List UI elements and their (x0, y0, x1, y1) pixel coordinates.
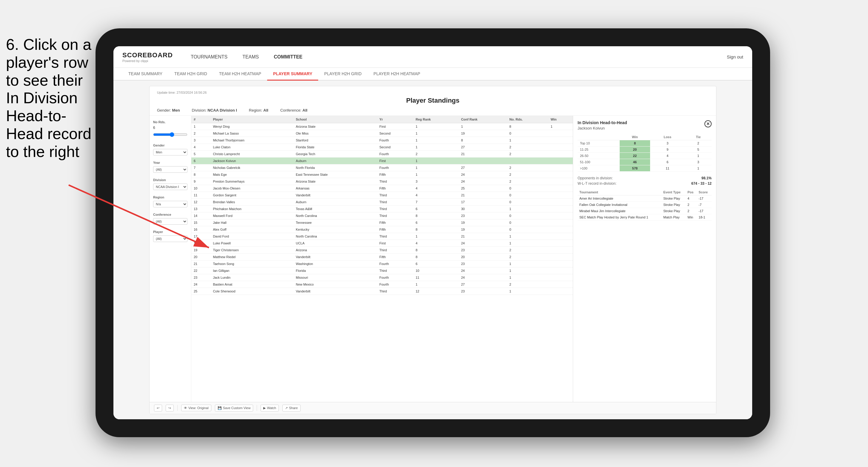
player-select[interactable]: (All) (153, 236, 187, 242)
table-row[interactable]: 14 Maxwell Ford North Carolina Third 8 2… (191, 212, 573, 219)
tab-player-h2h-heatmap[interactable]: PLAYER H2H HEATMAP (367, 68, 426, 81)
cell-reg: 7 (413, 198, 459, 205)
cell-school: Tennessee (293, 219, 377, 226)
table-row[interactable]: 6 Jackson Koivun Auburn First 1 (191, 157, 573, 164)
tournament-row: Mirabel Maui Jim Intercollegiate Stroke … (578, 208, 712, 214)
tab-player-summary[interactable]: PLAYER SUMMARY (267, 68, 318, 81)
cell-yr: Fourth (377, 260, 413, 267)
record-label: W-L-T record in-division: (578, 181, 616, 186)
cell-reg: 1 (413, 233, 459, 240)
nav-teams[interactable]: TEAMS (242, 53, 259, 61)
table-row[interactable]: 9 Preston Summerhays Arizona State Third… (191, 178, 573, 185)
table-row[interactable]: 8 Mats Ege East Tennessee State Fifth 1 … (191, 171, 573, 178)
cell-num: 1 (191, 123, 211, 130)
tab-player-h2h-grid[interactable]: PLAYER H2H GRID (318, 68, 367, 81)
tournament-cell-name: Fallen Oak Collegiate Invitational (578, 201, 661, 208)
view-original-button[interactable]: 👁 View: Original (181, 405, 211, 411)
cell-conf: 27 (459, 164, 507, 171)
tab-team-summary[interactable]: TEAM SUMMARY (122, 68, 168, 81)
cell-player: Christo Lamprecht (211, 150, 293, 157)
close-h2h-button[interactable]: ✕ (705, 120, 712, 127)
h2h-row: >100 578 11 1 (578, 165, 712, 171)
conference-filter: Conference: All (280, 108, 307, 113)
panel-filters: Gender: Men Division: NCAA Division I Re… (157, 108, 709, 113)
table-row[interactable]: 17 David Ford North Carolina Third 1 21 … (191, 233, 573, 240)
cell-win (548, 185, 573, 192)
table-row[interactable]: 23 Jack Lundin Missouri Fourth 11 24 1 (191, 274, 573, 281)
cell-school: Stanford (293, 137, 377, 144)
table-row[interactable]: 4 Luke Claton Florida State Second 1 27 … (191, 144, 573, 150)
tournament-cell-name: SEC Match Play Hosted by Jerry Pate Roun… (578, 214, 661, 220)
share-button[interactable]: ↗ Share (282, 405, 300, 411)
table-row[interactable]: 5 Christo Lamprecht Georgia Tech Fourth … (191, 150, 573, 157)
table-row[interactable]: 21 Taehoon Song Washington Fourth 6 23 1 (191, 260, 573, 267)
cell-num: 4 (191, 144, 211, 150)
table-row[interactable]: 19 Tiger Christensen Arizona Third 8 23 … (191, 247, 573, 253)
cell-conf: 21 (459, 150, 507, 157)
year-filter-label: Year (153, 161, 187, 164)
cell-num: 7 (191, 164, 211, 171)
table-row[interactable]: 15 Jake Hall Tennessee Fifth 6 19 0 (191, 219, 573, 226)
table-row[interactable]: 12 Brendan Valles Auburn Third 7 17 0 (191, 198, 573, 205)
h2h-cell-loss: 4 (650, 153, 685, 159)
table-row[interactable]: 24 Bastien Amat New Mexico Fourth 1 27 2 (191, 281, 573, 288)
sign-out-button[interactable]: Sign out (727, 54, 743, 59)
region-select[interactable]: N/a (153, 201, 187, 208)
tab-team-h2h-heatmap[interactable]: TEAM H2H HEATMAP (213, 68, 267, 81)
conference-select[interactable]: (All) (153, 218, 187, 225)
cell-reg: 1 (413, 281, 459, 288)
cell-yr: Third (377, 233, 413, 240)
save-custom-button[interactable]: 💾 Save Custom View (215, 405, 253, 411)
col-school: School (293, 116, 377, 123)
nav-tournaments[interactable]: TOURNAMENTS (191, 53, 227, 61)
table-row[interactable]: 2 Michael La Sasso Ole Miss Second 1 19 … (191, 130, 573, 137)
rounds-slider[interactable] (153, 132, 187, 137)
year-select[interactable]: (All) (153, 166, 187, 173)
division-select[interactable]: NCAA Division I (153, 184, 187, 190)
cell-player: Cole Sherwood (211, 288, 293, 294)
table-row[interactable]: 3 Michael Thorbjornsen Stanford Fourth 1… (191, 137, 573, 144)
nav-committee[interactable]: COMMITTEE (274, 53, 302, 61)
table-row[interactable]: 22 Ian Gilligan Florida Third 10 24 1 (191, 267, 573, 274)
cell-school: Ole Miss (293, 130, 377, 137)
tablet-screen: SCOREBOARD Powered by clippi TOURNAMENTS… (114, 46, 752, 419)
cell-reg: 1 (413, 137, 459, 144)
table-row[interactable]: 20 Matthew Riedel Vanderbilt Fifth 8 20 … (191, 253, 573, 260)
sign-out-area: Sign out (727, 54, 743, 59)
tab-team-h2h-grid[interactable]: TEAM H2H GRID (168, 68, 213, 81)
cell-school: Vanderbilt (293, 288, 377, 294)
table-row[interactable]: 16 Alex Goff Kentucky Fifth 8 19 0 (191, 226, 573, 233)
conference-filter-group: Conference (All) (153, 213, 187, 225)
table-row[interactable]: 13 Phichaksn Maichon Texas A&M Third 6 3… (191, 205, 573, 212)
cell-rds: 1 (507, 267, 548, 274)
cell-num: 14 (191, 212, 211, 219)
col-rds: No. Rds. (507, 116, 548, 123)
h2h-title-area: In Division Head-to-Head Jackson Koivun (578, 120, 627, 130)
cell-num: 23 (191, 274, 211, 281)
tournament-cell-name: Amer Ari Intercollegiate (578, 195, 661, 201)
cell-reg: 8 (413, 253, 459, 260)
tournament-col-name: Tournament (578, 189, 661, 195)
undo-button[interactable]: ↩ (154, 405, 162, 411)
cell-conf: 23 (459, 260, 507, 267)
h2h-cell-tie: 1 (685, 153, 712, 159)
gender-label: Gender: (157, 108, 171, 113)
cell-yr: Third (377, 192, 413, 198)
cell-reg: 2 (413, 150, 459, 157)
redo-button[interactable]: ↪ (166, 405, 174, 411)
table-row[interactable]: 7 Nicholas Gabrelcik North Florida Fourt… (191, 164, 573, 171)
cell-school: Arizona (293, 247, 377, 253)
cell-win (548, 150, 573, 157)
cell-conf: 21 (459, 233, 507, 240)
table-row[interactable]: 10 Jacob Mox-Olesen Arkansas Fifth 4 25 … (191, 185, 573, 192)
gender-select[interactable]: Men (153, 149, 187, 155)
cell-conf: 21 (459, 192, 507, 198)
table-row[interactable]: 11 Gordon Sargent Vanderbilt Third 4 21 … (191, 192, 573, 198)
h2h-cell-range: Top 10 (578, 140, 620, 146)
table-row[interactable]: 18 Luke Powell UCLA First 4 24 1 (191, 240, 573, 247)
table-row[interactable]: 1 Wenyi Ding Arizona State First 1 1 8 1 (191, 123, 573, 130)
cell-player: Taehoon Song (211, 260, 293, 267)
h2h-cell-range: >100 (578, 165, 620, 171)
table-row[interactable]: 25 Cole Sherwood Vanderbilt Third 12 23 … (191, 288, 573, 294)
watch-button[interactable]: ▶ Watch (260, 405, 279, 411)
